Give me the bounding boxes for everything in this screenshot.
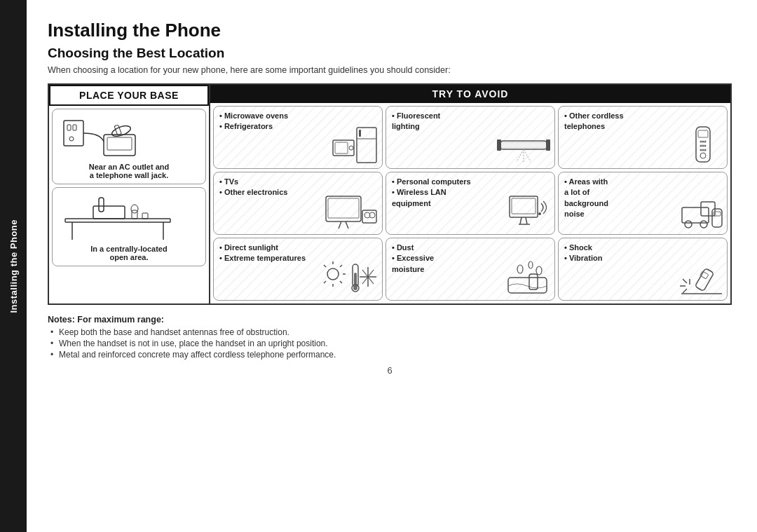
main-content: Installing the Phone Choosing the Best L… bbox=[27, 0, 757, 532]
svg-rect-2 bbox=[73, 125, 76, 130]
base-cell-central: In a centrally-locatedopen area. bbox=[52, 187, 206, 266]
svg-point-38 bbox=[700, 149, 702, 151]
avoid-cell-sunlight: Direct sunlight Extreme temperatures bbox=[213, 238, 383, 301]
svg-rect-77 bbox=[508, 278, 547, 293]
svg-rect-5 bbox=[107, 137, 132, 150]
svg-line-26 bbox=[524, 149, 531, 162]
svg-point-14 bbox=[131, 205, 138, 213]
svg-line-24 bbox=[517, 149, 524, 162]
svg-point-39 bbox=[702, 149, 704, 151]
avoid-cell-noise-text: Areas witha lot ofbackgroundnoise bbox=[564, 177, 721, 220]
avoid-cell-shock: Shock Vibration bbox=[558, 238, 728, 301]
svg-rect-20 bbox=[335, 142, 348, 154]
base-cell-ac-outlet: Near an AC outlet anda telephone wall ja… bbox=[52, 109, 206, 184]
svg-point-36 bbox=[702, 145, 704, 147]
svg-line-65 bbox=[324, 265, 326, 267]
svg-point-40 bbox=[704, 149, 707, 151]
svg-rect-1 bbox=[67, 125, 71, 130]
section-title: Choosing the Best Location bbox=[48, 46, 732, 61]
avoid-cell-noise: Areas witha lot ofbackgroundnoise bbox=[558, 172, 728, 235]
svg-line-44 bbox=[346, 221, 348, 229]
place-base-cells: Near an AC outlet anda telephone wall ja… bbox=[49, 106, 209, 269]
svg-point-21 bbox=[349, 146, 353, 150]
note-item-2: When the handset is not in use, place th… bbox=[50, 339, 732, 348]
notes-title: Notes: For maximum range: bbox=[48, 315, 732, 325]
place-base-column: PLACE YOUR BASE bbox=[49, 85, 210, 303]
notes-list: Keep both the base and handset antennas … bbox=[48, 327, 732, 360]
svg-line-50 bbox=[520, 217, 521, 224]
notes-section: Notes: For maximum range: Keep both the … bbox=[48, 315, 732, 360]
avoid-cell-dust-text: Dust Excessivemoisture bbox=[392, 243, 549, 275]
intro-text: When choosing a location for your new ph… bbox=[48, 65, 732, 75]
svg-rect-7 bbox=[114, 125, 121, 135]
svg-point-31 bbox=[700, 153, 706, 158]
avoid-grid: Microwave ovens Refrigerators bbox=[210, 103, 730, 303]
svg-point-32 bbox=[700, 141, 702, 143]
svg-line-67 bbox=[340, 265, 342, 267]
svg-point-37 bbox=[704, 145, 707, 147]
svg-line-86 bbox=[683, 289, 687, 293]
svg-rect-11 bbox=[93, 206, 125, 219]
svg-point-60 bbox=[327, 268, 339, 280]
avoid-cell-fluorescent-text: Fluorescentlighting bbox=[392, 111, 549, 132]
svg-point-34 bbox=[704, 141, 707, 143]
avoid-cell-cordless-text: Other cordlesstelephones bbox=[564, 111, 721, 132]
note-item-1: Keep both the base and handset antennas … bbox=[50, 327, 732, 337]
svg-point-56 bbox=[685, 221, 692, 228]
avoid-cell-tvs: TVs Other electronics bbox=[213, 172, 383, 235]
svg-rect-13 bbox=[132, 210, 137, 219]
svg-line-43 bbox=[339, 221, 341, 229]
svg-line-66 bbox=[340, 281, 342, 283]
svg-point-35 bbox=[700, 145, 702, 147]
avoid-cell-fluorescent: Fluorescentlighting bbox=[386, 106, 555, 169]
svg-rect-23 bbox=[499, 142, 548, 148]
avoid-cell-dust: Dust Excessivemoisture bbox=[386, 238, 555, 301]
page-title: Installing the Phone bbox=[48, 20, 732, 41]
location-table: PLACE YOUR BASE bbox=[48, 83, 732, 305]
svg-point-72 bbox=[353, 286, 357, 290]
svg-point-57 bbox=[700, 221, 707, 228]
avoid-cell-microwave-text: Microwave ovens Refrigerators bbox=[219, 111, 376, 132]
avoid-cell-fluorescent-illustration bbox=[496, 127, 552, 165]
central-location-illustration bbox=[58, 192, 184, 245]
ac-outlet-illustration bbox=[58, 114, 184, 163]
avoid-cell-tvs-text: TVs Other electronics bbox=[219, 177, 376, 198]
base-cell-ac-label: Near an AC outlet anda telephone wall ja… bbox=[58, 163, 200, 179]
base-cell-central-label: In a centrally-locatedopen area. bbox=[58, 245, 200, 261]
avoid-cell-pc-text: Personal computers Wireless LANequipment bbox=[392, 177, 549, 209]
svg-rect-82 bbox=[695, 268, 714, 292]
svg-line-84 bbox=[683, 279, 687, 283]
svg-rect-15 bbox=[142, 213, 148, 219]
svg-rect-28 bbox=[546, 139, 550, 151]
svg-rect-27 bbox=[497, 139, 501, 151]
page-number: 6 bbox=[48, 365, 732, 376]
place-base-header: PLACE YOUR BASE bbox=[49, 85, 209, 106]
avoid-cell-cordless: Other cordlesstelephones bbox=[558, 106, 728, 169]
avoid-cell-sunlight-illustration bbox=[323, 259, 379, 297]
svg-point-53 bbox=[538, 212, 541, 215]
svg-rect-0 bbox=[64, 121, 83, 146]
avoid-cell-shock-text: Shock Vibration bbox=[564, 243, 721, 264]
svg-rect-42 bbox=[328, 198, 359, 218]
try-avoid-header: TRY TO AVOID bbox=[210, 85, 730, 103]
svg-point-33 bbox=[702, 141, 704, 143]
avoid-cell-microwave: Microwave ovens Refrigerators bbox=[213, 106, 383, 169]
svg-point-3 bbox=[69, 137, 74, 141]
note-item-3: Metal and reinforced concrete may affect… bbox=[50, 350, 732, 360]
svg-point-6 bbox=[111, 124, 132, 139]
try-avoid-column: TRY TO AVOID Microwave ovens Refrigerato… bbox=[210, 85, 730, 303]
sidebar: Installing the Phone bbox=[0, 0, 27, 532]
avoid-cell-sunlight-text: Direct sunlight Extreme temperatures bbox=[219, 243, 376, 264]
sidebar-label: Installing the Phone bbox=[8, 219, 19, 313]
svg-rect-12 bbox=[99, 198, 104, 212]
svg-line-51 bbox=[526, 217, 527, 224]
avoid-cell-pc: Personal computers Wireless LANequipment bbox=[386, 172, 555, 235]
svg-line-68 bbox=[324, 281, 326, 283]
